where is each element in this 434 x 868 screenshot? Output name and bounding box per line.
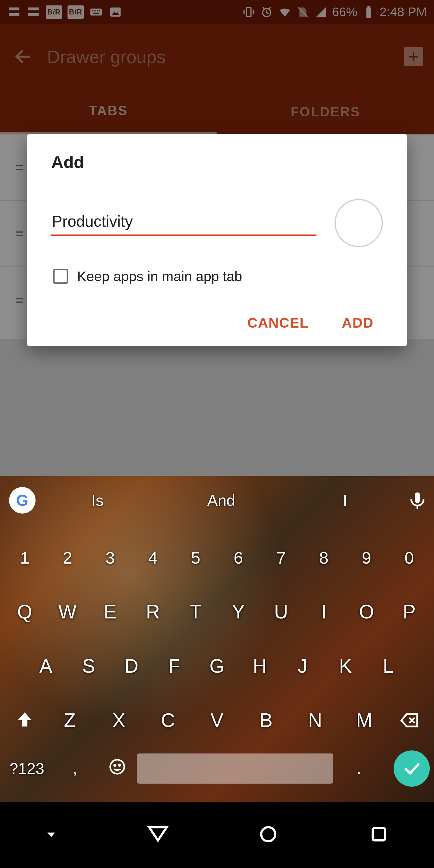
key-k[interactable]: K [325,645,366,687]
key-2[interactable]: 2 [47,536,88,579]
key-q[interactable]: Q [4,591,45,633]
key-c[interactable]: C [147,699,188,741]
key-o[interactable]: O [346,591,387,633]
space-key[interactable] [137,753,333,784]
key-y[interactable]: Y [218,591,259,633]
period-key[interactable]: . [336,760,381,778]
home-nav-button[interactable] [258,824,279,846]
keep-apps-label: Keep apps in main app tab [77,268,242,284]
key-w[interactable]: W [47,591,88,633]
svg-marker-34 [47,833,55,837]
key-r[interactable]: R [132,591,173,633]
key-h[interactable]: H [239,645,280,687]
key-x[interactable]: X [98,699,139,741]
keep-apps-checkbox[interactable] [53,269,68,284]
dialog-title: Add [51,152,383,172]
key-e[interactable]: E [90,591,131,633]
svg-point-36 [261,827,276,841]
key-9[interactable]: 9 [346,536,387,579]
comma-key[interactable]: , [53,760,98,778]
backspace-key[interactable] [389,699,430,741]
key-l[interactable]: L [368,645,409,687]
key-1[interactable]: 1 [4,536,45,579]
key-a[interactable]: A [25,645,66,687]
key-p[interactable]: P [389,591,430,633]
key-g[interactable]: G [196,645,238,687]
key-j[interactable]: J [282,645,323,687]
key-b[interactable]: B [246,699,287,741]
suggestion-1[interactable]: Is [36,491,159,509]
group-name-input[interactable] [51,210,316,236]
emoji-key[interactable] [101,757,134,780]
key-n[interactable]: N [295,699,336,741]
shift-key[interactable] [4,699,45,741]
key-5[interactable]: 5 [175,536,216,579]
suggestion-3[interactable]: I [283,491,407,509]
key-u[interactable]: U [261,591,302,633]
key-i[interactable]: I [303,591,344,633]
key-4[interactable]: 4 [132,536,173,579]
add-button[interactable]: ADD [342,315,374,331]
key-7[interactable]: 7 [261,536,302,579]
key-3[interactable]: 3 [90,536,131,579]
svg-point-33 [119,764,120,766]
svg-marker-35 [149,827,167,841]
soft-keyboard: G Is And I 1234567890 QWERTYUIOP ASDFGHJ… [0,476,434,802]
color-picker-button[interactable] [335,199,383,247]
key-8[interactable]: 8 [303,536,344,579]
add-dialog: Add Keep apps in main app tab CANCEL ADD [27,134,407,346]
key-f[interactable]: F [154,645,195,687]
ime-switch-button[interactable] [44,828,58,842]
voice-input-button[interactable] [407,490,428,511]
key-6[interactable]: 6 [218,536,259,579]
key-v[interactable]: V [196,699,238,741]
svg-rect-37 [373,828,385,841]
svg-point-31 [110,760,124,774]
recents-nav-button[interactable] [368,824,390,846]
svg-rect-27 [415,493,420,503]
symbols-key[interactable]: ?123 [4,760,50,778]
key-m[interactable]: M [344,699,384,741]
cancel-button[interactable]: CANCEL [247,315,309,331]
key-s[interactable]: S [68,645,109,687]
google-search-button[interactable]: G [9,487,36,514]
key-d[interactable]: D [111,645,152,687]
suggestion-2[interactable]: And [159,491,283,509]
back-nav-button[interactable] [147,824,168,846]
key-t[interactable]: T [175,591,216,633]
key-0[interactable]: 0 [389,536,430,579]
svg-point-32 [114,764,116,766]
key-z[interactable]: Z [49,699,90,741]
navigation-bar [0,802,434,868]
enter-key[interactable] [394,750,430,786]
